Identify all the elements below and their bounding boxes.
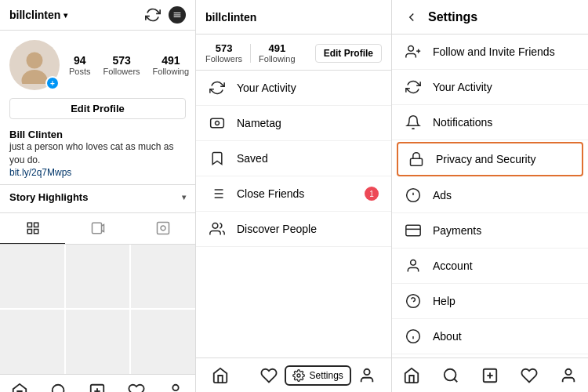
nav-heart-p2[interactable] xyxy=(255,361,283,390)
nav-settings-p2[interactable]: Settings xyxy=(304,361,332,390)
close-friends-icon xyxy=(209,186,226,201)
settings-item-privacy[interactable]: Privacy and Security xyxy=(397,142,583,176)
settings-item-about[interactable]: About xyxy=(392,319,588,354)
svg-rect-7 xyxy=(27,229,31,233)
svg-point-44 xyxy=(445,368,456,380)
menu-item-activity[interactable]: Your Activity xyxy=(196,71,391,106)
story-highlights-chevron[interactable]: ▾ xyxy=(182,193,186,201)
settings-list: Follow and Invite Friends Your Activity … xyxy=(392,34,588,358)
grid-cell[interactable] xyxy=(131,310,195,374)
settings-item-label: Help xyxy=(433,295,456,307)
chevron-down-icon: ▾ xyxy=(64,11,67,20)
settings-item-label: Notifications xyxy=(433,116,492,129)
menu-item-label: Close Friends xyxy=(237,187,304,200)
notifications-icon xyxy=(405,114,422,130)
bio-link[interactable]: bit.ly/2q7Mwps xyxy=(9,167,186,178)
settings-panel: Settings Follow and Invite Friends xyxy=(392,0,588,392)
nametag-icon xyxy=(209,115,226,131)
menu-item-label: Saved xyxy=(237,152,268,165)
refresh-icon[interactable] xyxy=(145,7,161,23)
grid-cell[interactable] xyxy=(0,245,64,309)
profile-panel: billclinten ▾ xyxy=(0,0,196,392)
posts-stat: 94 Posts xyxy=(69,54,91,76)
nav-home-p2[interactable] xyxy=(206,361,234,390)
nav-add[interactable] xyxy=(83,377,111,392)
followers-label: Followers xyxy=(103,67,140,76)
menu-following-label: Following xyxy=(259,54,295,64)
grid-cell[interactable] xyxy=(66,310,130,374)
settings-item-label: Ads xyxy=(433,189,452,201)
svg-point-38 xyxy=(411,260,416,266)
bio-section: Bill Clinten just a person who loves cat… xyxy=(0,129,195,184)
menu-icon[interactable] xyxy=(169,6,186,24)
bottom-nav xyxy=(0,374,195,392)
svg-point-17 xyxy=(172,385,178,390)
nav-search-p3[interactable] xyxy=(437,361,465,390)
profile-section: + 94 Posts 573 Followers 491 Following E… xyxy=(0,31,195,129)
edit-profile-button[interactable]: Edit Profile xyxy=(9,98,186,119)
settings-item-notifications[interactable]: Notifications xyxy=(392,105,588,140)
settings-label: Settings xyxy=(309,370,343,381)
account-icon xyxy=(405,258,422,274)
back-icon[interactable] xyxy=(405,10,419,24)
avatar: + xyxy=(9,40,60,90)
tab-tagged[interactable] xyxy=(130,213,195,244)
settings-item-follow[interactable]: Follow and Invite Friends xyxy=(392,34,588,70)
settings-item-activity[interactable]: Your Activity xyxy=(392,70,588,105)
add-photo-button[interactable]: + xyxy=(45,76,60,90)
settings-item-account[interactable]: Account xyxy=(392,249,588,284)
tab-igtv[interactable] xyxy=(65,213,130,244)
story-highlights-header: Story Highlights ▾ xyxy=(9,191,186,203)
menu-item-saved[interactable]: Saved xyxy=(196,141,391,176)
settings-item-help[interactable]: Help xyxy=(392,284,588,319)
nav-profile-p3[interactable] xyxy=(554,361,583,390)
bio-text: just a person who loves cat as much as y… xyxy=(9,140,186,167)
menu-item-nametag[interactable]: Nametag xyxy=(196,106,391,141)
svg-rect-10 xyxy=(157,222,169,234)
grid-cell[interactable] xyxy=(0,310,64,374)
grid-cell[interactable] xyxy=(131,245,195,309)
menu-item-label: Nametag xyxy=(237,117,281,129)
grid-cell[interactable] xyxy=(66,245,130,309)
tab-grid[interactable] xyxy=(0,213,65,244)
settings-item-payments[interactable]: Payments xyxy=(392,213,588,249)
svg-line-45 xyxy=(454,379,457,382)
nav-home[interactable] xyxy=(5,377,34,392)
settings-item-label: Payments xyxy=(433,224,481,237)
activity-icon xyxy=(405,79,422,95)
payments-icon xyxy=(405,223,422,238)
settings-item-label: Privacy and Security xyxy=(436,153,536,165)
settings-header: Settings xyxy=(392,0,588,34)
settings-item-label: Account xyxy=(433,260,473,272)
svg-rect-9 xyxy=(92,223,101,234)
nav-profile-p2[interactable] xyxy=(353,361,381,390)
svg-point-4 xyxy=(22,70,48,84)
menu-item-close-friends[interactable]: Close Friends 1 xyxy=(196,176,391,212)
nav-heart[interactable] xyxy=(122,377,151,392)
svg-rect-1 xyxy=(174,15,181,16)
menu-followers-count: 573 xyxy=(216,42,233,54)
menu-edit-profile-button[interactable]: Edit Profile xyxy=(315,44,382,63)
activity-icon xyxy=(209,80,226,96)
menu-panel-header: billclinten xyxy=(196,0,391,34)
following-count: 491 xyxy=(162,54,180,67)
svg-point-19 xyxy=(216,122,220,125)
menu-stats: 573 Followers 491 Following Edit Profile xyxy=(196,34,391,71)
nav-add-p3[interactable] xyxy=(476,361,504,390)
svg-point-12 xyxy=(52,385,64,392)
posts-label: Posts xyxy=(69,67,91,76)
menu-following-count: 491 xyxy=(268,42,285,54)
settings-outlined-box[interactable]: Settings xyxy=(285,365,350,386)
help-icon xyxy=(405,293,422,309)
nav-home-p3[interactable] xyxy=(397,361,426,390)
svg-rect-0 xyxy=(174,13,181,13)
menu-item-discover[interactable]: Discover People xyxy=(196,212,391,247)
menu-bottom-nav: Settings xyxy=(196,358,391,392)
nav-search[interactable] xyxy=(45,377,73,392)
profile-header: billclinten ▾ xyxy=(0,0,195,31)
menu-username: billclinten xyxy=(205,11,256,24)
nav-heart-p3[interactable] xyxy=(515,361,543,390)
settings-item-ads[interactable]: Ads xyxy=(392,178,588,213)
following-label: Following xyxy=(153,67,189,76)
nav-profile[interactable] xyxy=(162,377,190,392)
